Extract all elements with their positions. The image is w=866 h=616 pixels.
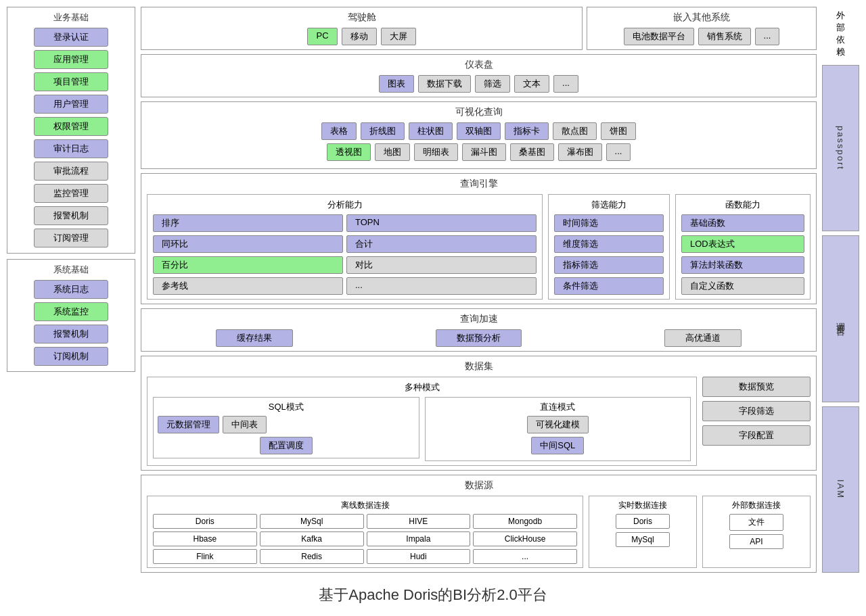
dataset-right: 数据预览 字段筛选 字段配置 xyxy=(702,377,811,466)
top-section: 业务基础 登录认证 应用管理 项目管理 用户管理 权限管理 审计日志 审批流程 … xyxy=(7,7,859,573)
tag-cache[interactable]: 缓存结果 xyxy=(216,329,293,347)
page-footer: 基于Apache Doris的BI分析2.0平台 xyxy=(7,573,859,612)
tag-visual-build[interactable]: 可视化建模 xyxy=(527,416,589,433)
tag-pie[interactable]: 饼图 xyxy=(601,122,636,140)
tag-hive[interactable]: HIVE xyxy=(367,514,471,529)
filter-title: 筛选能力 xyxy=(554,199,664,211)
tag-pct[interactable]: 百分比 xyxy=(153,256,343,274)
sidebar-item[interactable]: 报警机制 xyxy=(34,206,108,225)
tag-preanalysis[interactable]: 数据预分析 xyxy=(436,329,522,347)
tag-flink[interactable]: Flink xyxy=(153,549,257,564)
tag-sort[interactable]: 排序 xyxy=(153,214,343,232)
tag-custom-func[interactable]: 自定义函数 xyxy=(681,277,804,295)
tag-refline[interactable]: 参考线 xyxy=(153,277,343,295)
tag-mobile[interactable]: 移动 xyxy=(342,28,377,45)
sidebar-item[interactable]: 系统监控 xyxy=(34,302,108,321)
tag-base-func[interactable]: 基础函数 xyxy=(681,214,804,232)
sidebar-item[interactable]: 应用管理 xyxy=(34,50,108,69)
sidebar-item[interactable]: 登录认证 xyxy=(34,28,108,47)
tag-more-embed[interactable]: ... xyxy=(755,28,780,45)
tag-field-config[interactable]: 字段配置 xyxy=(702,425,811,446)
tag-algo-func[interactable]: 算法封装函数 xyxy=(681,256,804,274)
dashboard-tags: 图表 数据下载 筛选 文本 ... xyxy=(147,75,811,93)
tag-api[interactable]: API xyxy=(729,534,783,549)
tag-bar[interactable]: 柱状图 xyxy=(409,122,453,140)
tag-field-filter[interactable]: 字段筛选 xyxy=(702,401,811,421)
tag-doris-off[interactable]: Doris xyxy=(153,514,257,529)
tag-doris-rt[interactable]: Doris xyxy=(616,514,670,529)
tag-mongo[interactable]: Mongodb xyxy=(473,514,577,529)
tag-more-vis[interactable]: ... xyxy=(606,143,631,161)
tag-line[interactable]: 折线图 xyxy=(361,122,405,140)
sidebar-item[interactable]: 订阅管理 xyxy=(34,229,108,247)
tag-metric-filter[interactable]: 指标筛选 xyxy=(554,256,664,274)
sidebar-item[interactable]: 审计日志 xyxy=(34,139,108,158)
tag-sankey[interactable]: 桑基图 xyxy=(510,143,554,161)
tag-bigscreen[interactable]: 大屏 xyxy=(381,28,416,45)
tag-more-off[interactable]: ... xyxy=(473,549,577,564)
tag-time-filter[interactable]: 时间筛选 xyxy=(554,214,664,232)
tag-more-dash[interactable]: ... xyxy=(553,75,578,93)
analysis-title: 分析能力 xyxy=(153,199,537,211)
tag-mysql-off[interactable]: MySql xyxy=(260,514,364,529)
tag-mysql-rt[interactable]: MySql xyxy=(616,532,670,547)
tag-dual[interactable]: 双轴图 xyxy=(457,122,501,140)
tag-table[interactable]: 表格 xyxy=(321,122,357,140)
tag-redis[interactable]: Redis xyxy=(260,549,364,564)
tag-map[interactable]: 地图 xyxy=(375,143,410,161)
tag-config-schedule[interactable]: 配置调度 xyxy=(260,437,313,454)
tag-pc[interactable]: PC xyxy=(307,28,337,45)
tag-funnel[interactable]: 漏斗图 xyxy=(462,143,506,161)
sidebar-item[interactable]: 监控管理 xyxy=(34,184,108,203)
tag-file[interactable]: 文件 xyxy=(729,514,783,531)
tag-dim-filter[interactable]: 维度筛选 xyxy=(554,235,664,253)
tag-kafka[interactable]: Kafka xyxy=(260,531,364,546)
tag-highprio[interactable]: 高优通道 xyxy=(664,329,742,347)
sidebar-item[interactable]: 审批流程 xyxy=(34,162,108,181)
tag-kpi[interactable]: 指标卡 xyxy=(505,122,549,140)
query-accel-title: 查询加速 xyxy=(147,313,811,325)
filter-box: 筛选能力 时间筛选 维度筛选 指标筛选 条件筛选 xyxy=(548,194,670,300)
ds-external-items: 文件 API xyxy=(708,514,804,549)
tag-text[interactable]: 文本 xyxy=(514,75,549,93)
tag-topn[interactable]: TOPN xyxy=(346,214,537,232)
tag-battery[interactable]: 电池数据平台 xyxy=(624,28,694,45)
tag-impala[interactable]: Impala xyxy=(367,531,471,546)
tag-filter[interactable]: 筛选 xyxy=(475,75,510,93)
tag-metadata[interactable]: 元数据管理 xyxy=(158,416,219,433)
tag-midtable[interactable]: 中间表 xyxy=(223,416,267,433)
tag-total[interactable]: 合计 xyxy=(346,235,537,253)
tag-data-preview[interactable]: 数据预览 xyxy=(702,377,811,397)
tag-yoy[interactable]: 同环比 xyxy=(153,235,343,253)
query-accel-section: 查询加速 缓存结果 数据预分析 高优通道 xyxy=(141,308,817,352)
tag-waterfall[interactable]: 瀑布图 xyxy=(558,143,602,161)
direct-mode-box: 直连模式 可视化建模 中间SQL xyxy=(425,397,691,461)
tag-lod[interactable]: LOD表达式 xyxy=(681,235,804,253)
tag-more-analysis[interactable]: ... xyxy=(346,277,537,295)
cockpit-tags: PC 移动 大屏 xyxy=(147,28,576,45)
tag-scatter[interactable]: 散点图 xyxy=(553,122,597,140)
tag-hudi[interactable]: Hudi xyxy=(367,549,471,564)
sidebar-item[interactable]: 订阅机制 xyxy=(34,347,108,366)
sidebar-item[interactable]: 权限管理 xyxy=(34,117,108,136)
sidebar-item[interactable]: 项目管理 xyxy=(34,72,108,91)
tag-sales[interactable]: 销售系统 xyxy=(698,28,751,45)
tag-download[interactable]: 数据下载 xyxy=(418,75,471,93)
sidebar-item[interactable]: 系统日志 xyxy=(34,280,108,299)
visual-query-title: 可视化查询 xyxy=(147,106,811,118)
dataset-modes: 多种模式 SQL模式 元数据管理 中间表 配置调度 xyxy=(147,377,697,466)
cockpit-section: 驾驶舱 PC 移动 大屏 xyxy=(141,7,583,50)
sidebar-item[interactable]: 用户管理 xyxy=(34,95,108,114)
tag-compare[interactable]: 对比 xyxy=(346,256,537,274)
tag-pivot[interactable]: 透视图 xyxy=(327,143,371,161)
right-panel-passport: passport xyxy=(822,65,859,231)
sidebar-item[interactable]: 报警机制 xyxy=(34,325,108,343)
biz-group-title: 业务基础 xyxy=(13,11,129,24)
tag-cond-filter[interactable]: 条件筛选 xyxy=(554,277,664,295)
tag-chart[interactable]: 图表 xyxy=(379,75,414,93)
tag-hbase[interactable]: Hbase xyxy=(153,531,257,546)
tag-mid-sql[interactable]: 中间SQL xyxy=(531,437,584,454)
tag-clickhouse[interactable]: ClickHouse xyxy=(473,531,577,546)
embed-section: 嵌入其他系统 电池数据平台 销售系统 ... xyxy=(587,7,817,50)
tag-detail[interactable]: 明细表 xyxy=(414,143,458,161)
